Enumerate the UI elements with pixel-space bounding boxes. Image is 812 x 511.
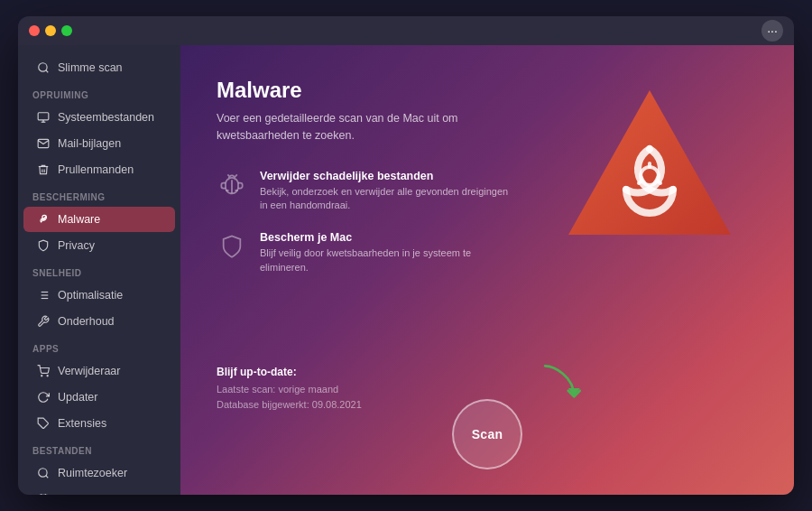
sidebar-item-label: Privacy [58,239,95,252]
sidebar-item-label: Prullenmanden [58,163,134,176]
svg-point-15 [39,469,47,477]
footer-info: Blijf up-to-date: Laatste scan: vorige m… [217,366,362,413]
section-label-snelheid: Snelheid [18,259,180,282]
main-content: Malware Voer een gedetailleerde scan van… [180,45,794,495]
feature-text-2: Bescherm je Mac Blijf veilig door kwetsb… [260,231,512,275]
sidebar-item-privacy[interactable]: Privacy [23,233,175,258]
app-window: ··· Slimme scan Opruiming [18,16,794,495]
update-icon [36,390,51,404]
sidebar-item-label: Malware [58,213,100,226]
puzzle-icon [36,416,51,431]
svg-line-26 [639,181,641,183]
search-icon [36,466,51,480]
sidebar-item-label: Optimalisatie [58,289,123,302]
sidebar-item-ruimtezoeker[interactable]: Ruimtezoeker [23,460,175,486]
scan-icon [36,60,51,75]
scan-button[interactable]: Scan [452,399,522,469]
last-scan: Laatste scan: vorige maand [217,382,362,398]
section-label-apps: Apps [18,335,180,358]
sidebar-item-extensies[interactable]: Extensies [23,411,175,436]
section-label-bescherming: Bescherming [18,183,180,206]
svg-point-12 [42,376,42,376]
privacy-icon [36,238,51,253]
sidebar-item-label: Verwijderaar [58,365,120,377]
sidebar-item-groot-en-oud[interactable]: Groot en oud [23,487,175,495]
sidebar-item-label: Updater [58,391,97,404]
sidebar-item-label: Groot en oud [58,493,124,495]
sidebar-item-label: Slimme scan [58,61,123,74]
page-subtitle: Voer een gedetailleerde scan van de Mac … [217,110,505,144]
sidebar-item-slimme-scan[interactable]: Slimme scan [23,55,175,80]
svg-point-13 [47,376,48,376]
calendar-icon [36,492,51,495]
system-icon [36,110,51,125]
trash-icon [36,163,51,177]
traffic-lights [29,25,72,36]
feature-title-1: Verwijder schadelijke bestanden [260,170,512,182]
wrench-icon [36,314,51,329]
feature-desc-2: Blijf veilig door kwetsbaarheden in je s… [260,246,512,275]
title-bar: ··· [18,16,794,45]
app-body: Slimme scan Opruiming Systeembestanden [18,45,794,495]
section-label-opruiming: Opruiming [18,81,180,104]
sidebar-item-malware[interactable]: Malware [23,207,175,232]
sidebar-item-prullenmanden[interactable]: Prullenmanden [23,157,175,182]
sidebar-item-label: Mail-bijlagen [58,137,121,150]
scan-button-wrapper: Scan [452,399,522,469]
bug-icon [217,170,247,200]
svg-line-16 [46,476,49,478]
svg-point-0 [39,63,47,71]
footer-label: Blijf up-to-date: [217,366,362,378]
sidebar-item-label: Onderhoud [58,315,115,328]
mail-icon [36,136,51,151]
feature-text-1: Verwijder schadelijke bestanden Bekijk, … [260,170,512,214]
malware-triangle-icon [559,81,740,253]
sidebar-item-updater[interactable]: Updater [23,385,175,410]
sidebar-item-mail-bijlagen[interactable]: Mail-bijlagen [23,131,175,156]
sidebar-item-label: Extensies [58,417,106,430]
shield-feature-icon [217,231,247,262]
sidebar-item-optimalisatie[interactable]: Optimalisatie [23,283,175,308]
sidebar-item-onderhoud[interactable]: Onderhoud [23,309,175,334]
sidebar: Slimme scan Opruiming Systeembestanden [18,45,180,495]
arrow-indicator [537,359,586,409]
sidebar-item-label: Ruimtezoeker [58,467,127,479]
more-options-button[interactable]: ··· [761,20,783,42]
section-label-bestanden: Bestanden [18,437,180,460]
database-update: Database bijgewerkt: 09.08.2021 [217,397,362,413]
svg-rect-2 [38,113,49,120]
sidebar-item-verwijderaar[interactable]: Verwijderaar [23,358,175,384]
sidebar-item-systeembestanden[interactable]: Systeembestanden [23,105,175,130]
svg-line-25 [658,181,660,183]
speed-icon [36,288,51,302]
svg-line-1 [46,70,49,73]
minimize-button[interactable] [45,25,56,36]
biohazard-icon [36,212,51,227]
more-options-icon: ··· [767,23,778,38]
feature-desc-1: Bekijk, onderzoek en verwijder alle gevo… [260,185,512,214]
maximize-button[interactable] [61,25,72,36]
remove-icon [36,364,51,378]
feature-title-2: Bescherm je Mac [260,231,512,244]
sidebar-item-label: Systeembestanden [58,111,154,124]
close-button[interactable] [29,25,40,36]
